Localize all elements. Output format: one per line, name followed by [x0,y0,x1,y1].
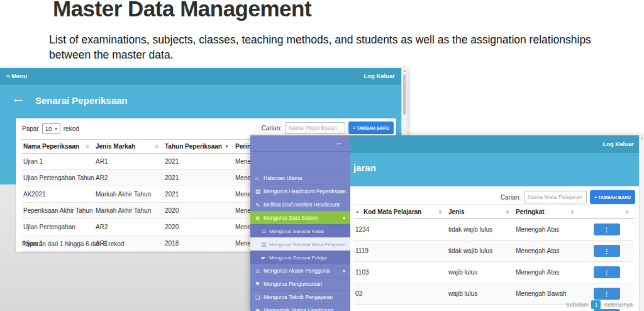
search-input[interactable] [285,122,345,134]
table-cell: wajib lulus [447,262,514,283]
table-cell: Ujian Pertengahan Tahun [22,170,94,186]
row-actions-button[interactable]: ⋮ [594,245,620,257]
sidebar-menu: ← ⌂Halaman Utama▤Mengurus Headcount Pepe… [250,135,350,311]
table-cell: 1119 [354,240,447,262]
sidebar-item-mengurus-senarai-kelas[interactable]: ▭Mengurus Senarai Kelas [250,224,350,237]
sidebar-item-mengurus-pengumuman[interactable]: ⚑Mengurus Pengumuman [250,277,350,290]
table-cell: 2018 [164,235,234,252]
chevron-down-icon: ▾ [55,127,57,132]
sidebar-item-label: Melihat Graf Analisis Headcount [264,201,340,208]
actions-cell: ⋮ [579,240,634,262]
sidebar-item-halaman-utama[interactable]: ⌂Halaman Utama [250,171,350,184]
table-row: 1103wajib lulusMenengah Atas⋮ [354,262,634,283]
table-cell: 1103 [354,262,447,283]
sidebar-item-mengurus-data-sistem[interactable]: ≣Mengurus Data Sistem▾ [250,211,350,224]
sidebar-item-label: Mengurus Akaun Pengguna [264,268,330,274]
table-row: 1234tidak wajib lulusMenengah Atas⋮ [354,219,634,240]
chevron-down-icon: ▾ [343,268,345,274]
column-header[interactable]: Nama Peperiksaan⇅ [22,140,94,154]
user-icon: ♙ [255,268,264,274]
sidebar-item-label: Mengurus Senarai Mata Pelajaran [269,242,345,247]
eye-icon: ◉ [255,307,264,311]
database-icon: ≣ [255,215,264,221]
collapse-sidebar-icon[interactable]: ← [335,138,343,147]
sidebar-item-label: Mengurus Senarai Kelas [269,229,325,234]
table-cell: Menengah Atas [514,240,579,262]
hamburger-icon: ≡ [6,72,10,79]
pagination-prev[interactable]: Sebelum [566,302,589,308]
search-controls: Carian: + TAMBAH BARU [501,190,635,204]
right-window-scrollbar[interactable]: ▲ [639,135,644,311]
add-new-button[interactable]: + TAMBAH BARU [348,122,394,134]
table-cell: 2020 [164,203,234,219]
sort-icon: ⇅ [506,210,509,215]
column-header[interactable]: Jenis Markah⇅ [94,140,164,154]
table-cell: 2021 [164,186,234,203]
sort-desc-icon: ▼ [225,144,229,149]
sort-icon: ⇅ [155,144,158,149]
left-navbar: ≡ Menu Log Keluar [0,68,401,85]
desktop-icon: ▭ [261,228,269,234]
back-arrow-icon[interactable]: ← [11,90,25,106]
search-controls: Carian: + TAMBAH BARU [262,122,394,134]
sidebar-item-mengurus-senarai-mata-pelajaran[interactable]: ▥Mengurus Senarai Mata Pelajaran [250,237,350,251]
sidebar-item-mengurus-senarai-pelajar[interactable]: ▰Mengurus Senarai Pelajar [250,251,350,264]
column-header[interactable]: Jenis⇅ [447,205,514,219]
sidebar-item-mengurus-teknik-pengajaran[interactable]: ❏Mengurus Teknik Pengajaran [250,290,350,303]
pagination-next[interactable]: Seterusnya [604,302,633,308]
table-cell: 1234 [354,219,447,240]
table-cell: wajib lulus [447,305,514,311]
table-cell: Markah Akhir Tahun [94,186,164,203]
sidebar-item-label: Mengurus Pengumuman [264,281,322,287]
chat-icon: ❏ [255,294,264,300]
sidebar-item-mengurus-akaun-pengguna[interactable]: ♙Mengurus Akaun Pengguna▾ [250,264,350,277]
scrollbar-thumb[interactable] [403,74,406,115]
pagination: Sebelum 1 Seterusnya [566,300,633,309]
menu-button[interactable]: ≡ Menu [6,72,27,79]
row-actions-button[interactable]: ⋮ [594,266,620,278]
home-icon: ⌂ [255,175,264,181]
sidebar-item-melihat-graf-analisis-headcount[interactable]: ∿Melihat Graf Analisis Headcount [250,198,350,211]
window-senarai-mata-pelajaran: ← ⌂Halaman Utama▤Mengurus Headcount Pepe… [250,135,644,311]
table-summary: Paparan dari 1 hingga 6 dari 6 rekod [22,240,124,247]
add-new-button[interactable]: + TAMBAH BARU [590,190,635,204]
megaphone-icon: ⚑ [255,281,264,287]
table-cell: 2021 [164,170,234,186]
table-cell: AR2 [94,219,164,235]
search-label: Carian: [501,194,521,201]
pagination-page-1[interactable]: 1 [591,300,601,309]
table-cell: 1249 [354,305,447,311]
table-cell: AR2 [94,170,164,186]
column-header[interactable]: Peringkat⇅ [514,205,579,219]
subjects-table: ▲Kod Mata Pelajaran⇅Jenis⇅Peringkat⇅⇅ 12… [354,205,634,311]
right-content-card: Carian: + TAMBAH BARU ▲Kod Mata Pelajara… [350,186,639,311]
records-label: rekod [64,125,79,132]
sidebar-header: ← [250,135,350,152]
sidebar-item-label: Mengurus Senarai Pelajar [269,255,328,261]
sidebar-item-menyemak-status-headcount[interactable]: ◉Menyemak Status Headcount [250,303,350,311]
column-header[interactable]: ⇅ [579,205,634,219]
actions-cell: ⋮ [579,262,634,283]
table-cell: Ujian 1 [22,154,94,170]
page-size-select[interactable]: 10 ▾ [42,123,60,134]
table-cell: AK2021 [22,186,94,203]
column-header[interactable]: ▲Kod Mata Pelajaran⇅ [354,205,447,219]
table-cell: 03 [354,283,447,305]
graduation-cap-icon: ▰ [261,254,269,261]
search-input[interactable] [524,191,587,203]
row-actions-button[interactable]: ⋮ [594,288,620,300]
sidebar-item-mengurus-headcount-peperiksaan[interactable]: ▤Mengurus Headcount Peperiksaan [250,184,350,198]
sort-icon: ⇅ [570,210,574,215]
table-cell: Menengah Atas [514,262,579,283]
table-cell: wajib lulus [447,283,514,305]
sidebar-item-label: Halaman Utama [264,175,302,181]
show-label: Papar [22,125,39,132]
table-cell: 2020 [164,219,234,235]
actions-cell: ⋮ [579,219,634,240]
table-cell: Markah Akhir Tahun [94,203,164,219]
column-header[interactable]: Tahun Peperiksaan▼ [164,140,234,154]
logout-link[interactable]: Log Keluar [602,140,634,147]
right-page-title: jaran [353,162,376,173]
logout-link[interactable]: Log Keluar [364,72,395,79]
row-actions-button[interactable]: ⋮ [594,223,620,235]
